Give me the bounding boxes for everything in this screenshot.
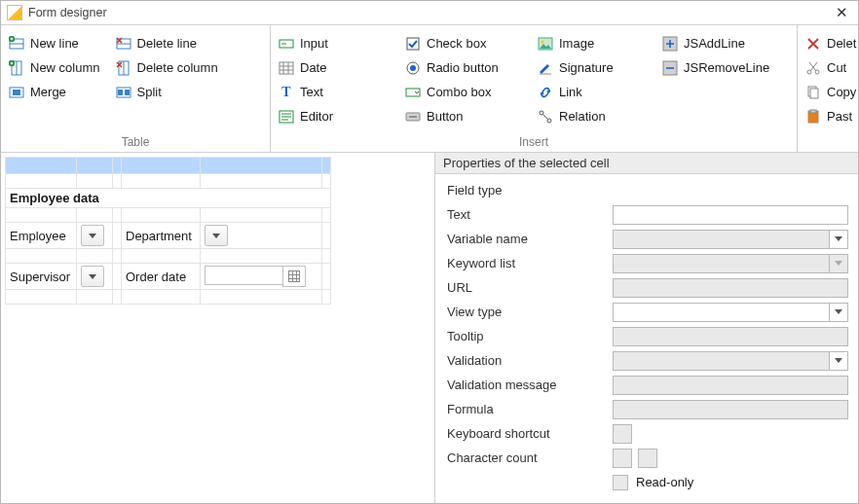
section-title: Employee data	[6, 189, 331, 208]
svg-point-36	[547, 119, 551, 123]
app-icon	[7, 5, 22, 20]
js-remove-line-button[interactable]: JSRemoveLine	[658, 55, 773, 80]
label-tooltip: Tooltip	[447, 329, 613, 343]
order-date-field[interactable]	[205, 266, 306, 287]
ribbon-group-table: New line New column Merge	[1, 25, 271, 152]
label-supervisor: Supervisor	[6, 264, 77, 290]
input-button[interactable]: Input	[275, 31, 393, 55]
relation-label: Relation	[559, 109, 606, 124]
combo-button[interactable]: Combo box	[401, 80, 526, 104]
validation-dropdown[interactable]	[829, 351, 848, 371]
validation-field[interactable]	[613, 351, 829, 371]
text-icon: T	[279, 85, 294, 100]
keyword-list-field[interactable]	[613, 254, 829, 273]
cut-icon	[805, 60, 821, 76]
button-button[interactable]: Button	[401, 104, 526, 128]
new-line-button[interactable]: New line	[5, 31, 104, 55]
link-icon	[538, 85, 553, 100]
merge-label: Merge	[30, 85, 66, 99]
url-field[interactable]	[613, 278, 848, 298]
js-add-label: JSAddLine	[684, 36, 745, 51]
relation-icon	[538, 109, 553, 125]
copy-icon	[805, 85, 821, 100]
variable-name-field[interactable]	[613, 230, 829, 249]
new-column-label: New column	[30, 60, 100, 75]
content-area: Employee data Employee Department Superv…	[1, 153, 858, 504]
keyword-list-dropdown[interactable]	[829, 254, 848, 273]
order-date-input[interactable]	[205, 266, 282, 285]
supervisor-dropdown[interactable]	[81, 266, 104, 287]
label-url: URL	[447, 280, 613, 295]
radio-label: Radio button	[427, 60, 499, 75]
merge-button[interactable]: Merge	[5, 80, 104, 104]
paste-icon	[805, 109, 821, 125]
new-column-icon	[9, 60, 24, 76]
variable-name-dropdown[interactable]	[829, 230, 848, 249]
js-remove-label: JSRemoveLine	[684, 60, 769, 75]
label-field-type: Field type	[447, 183, 613, 198]
view-type-dropdown[interactable]	[829, 303, 848, 322]
signature-button[interactable]: Signature	[534, 55, 651, 80]
new-column-button[interactable]: New column	[5, 55, 104, 80]
relation-button[interactable]: Relation	[534, 104, 651, 128]
split-button[interactable]: Split	[112, 80, 222, 104]
js-add-line-button[interactable]: JSAddLine	[658, 31, 773, 55]
text-label: Text	[300, 85, 323, 99]
label-validation-message: Validation message	[447, 378, 613, 392]
label-text: Text	[447, 207, 613, 222]
link-button[interactable]: Link	[534, 80, 651, 104]
delete-button[interactable]: Delet	[802, 31, 859, 55]
keyboard-shortcut-button[interactable]	[613, 424, 632, 444]
view-type-field[interactable]	[613, 303, 829, 322]
label-keyboard-shortcut: Keyboard shortcut	[447, 426, 613, 441]
editor-label: Editor	[300, 109, 333, 124]
label-formula: Formula	[447, 402, 613, 416]
cut-label: Cut	[827, 60, 846, 75]
button-icon	[405, 109, 421, 125]
employee-dropdown[interactable]	[81, 225, 104, 246]
calendar-icon[interactable]	[282, 266, 306, 287]
properties-panel: Properties of the selected cell Field ty…	[435, 153, 858, 504]
delete-column-button[interactable]: Delete column	[112, 55, 222, 80]
split-icon	[116, 85, 131, 100]
date-button[interactable]: Date	[275, 55, 393, 80]
image-button[interactable]: Image	[534, 31, 651, 55]
window-title: Form designer	[28, 6, 832, 19]
delete-line-icon	[116, 36, 131, 52]
label-character-count: Character count	[447, 450, 613, 465]
image-label: Image	[559, 36, 594, 51]
checkbox-button[interactable]: Check box	[401, 31, 526, 55]
form-canvas[interactable]: Employee data Employee Department Superv…	[1, 153, 435, 504]
department-dropdown[interactable]	[205, 225, 228, 246]
label-employee: Employee	[6, 223, 77, 249]
svg-rect-14	[125, 90, 130, 95]
combo-label: Combo box	[427, 85, 491, 99]
text-field[interactable]	[613, 205, 848, 225]
delete-line-button[interactable]: Delete line	[112, 31, 222, 55]
svg-rect-7	[13, 90, 20, 95]
cut-button[interactable]: Cut	[802, 55, 859, 80]
label-department: Department	[122, 223, 201, 249]
ribbon-group-clipboard: Delet Cut Copy Past	[798, 25, 858, 152]
svg-rect-26	[407, 38, 419, 50]
image-icon	[538, 36, 553, 52]
label-view-type: View type	[447, 305, 613, 319]
combo-icon	[405, 85, 421, 100]
radio-button[interactable]: Radio button	[401, 55, 526, 80]
close-icon[interactable]: ✕	[832, 4, 852, 21]
tooltip-field[interactable]	[613, 327, 848, 346]
formula-field[interactable]	[613, 400, 848, 419]
editor-icon	[279, 109, 294, 125]
form-designer-window: Form designer ✕ New line	[0, 0, 859, 504]
svg-point-33	[542, 40, 544, 43]
properties-header: Properties of the selected cell	[435, 153, 858, 174]
paste-button[interactable]: Past	[802, 104, 859, 128]
validation-message-field[interactable]	[613, 376, 848, 395]
char-count-max[interactable]	[638, 449, 657, 468]
text-button[interactable]: T Text	[275, 80, 393, 104]
char-count-min[interactable]	[613, 449, 632, 468]
copy-button[interactable]: Copy	[802, 80, 859, 104]
delete-column-icon	[116, 60, 131, 76]
editor-button[interactable]: Editor	[275, 104, 393, 128]
read-only-checkbox[interactable]	[613, 475, 628, 490]
